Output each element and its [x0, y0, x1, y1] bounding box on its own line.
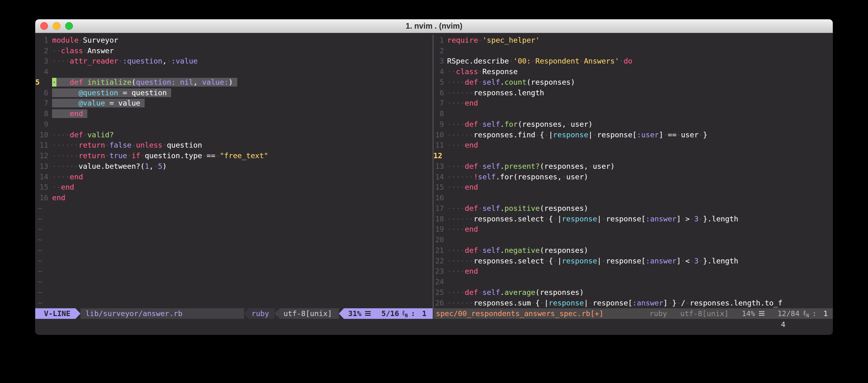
code-line[interactable]: 3····attr_reader·:question,·:value: [35, 56, 433, 67]
code-line[interactable]: 4··class·Response: [433, 66, 833, 77]
code-line[interactable]: 15··end: [35, 182, 433, 193]
code-line[interactable]: 12: [433, 150, 833, 161]
powerline-arrow-icon: [275, 308, 279, 319]
code-line[interactable]: 17····def·self.positive(responses): [433, 203, 833, 214]
line-number: 21: [433, 246, 444, 255]
line-number: 4: [433, 67, 444, 76]
code-line[interactable]: 1module·Surveyor: [35, 35, 433, 45]
code-line[interactable]: 18······responses.select·{·|response|·re…: [433, 214, 833, 224]
traffic-lights: [40, 19, 73, 33]
code-line[interactable]: 5····def·initialize(question:·nil,·value…: [35, 77, 433, 88]
code-line[interactable]: 11····end: [433, 140, 833, 151]
line-number: 26: [433, 299, 444, 307]
code-text: ······value.between?(1,·5): [52, 162, 167, 171]
code-line[interactable]: 14····end: [35, 172, 433, 182]
code-line[interactable]: 9····def·self.for(responses,·user): [433, 119, 833, 130]
line-number: 19: [433, 225, 444, 234]
title-bar[interactable]: 1. nvim . (nvim): [35, 19, 833, 33]
line-number-icon: ℓN: [402, 309, 408, 318]
empty-buffer-tilde: ~: [35, 224, 433, 235]
code-line[interactable]: 8····end: [35, 108, 433, 119]
line-number: 24: [433, 277, 444, 286]
line-number: 3: [433, 57, 444, 65]
empty-buffer-tilde: ~: [35, 256, 433, 266]
code-text: ····def·self.count(responses): [447, 78, 575, 86]
code-line[interactable]: 15····end: [433, 182, 833, 193]
code-line[interactable]: 25····def·self.average(responses): [433, 287, 833, 298]
line-number: 20: [433, 235, 444, 244]
code-line[interactable]: 16: [433, 193, 833, 203]
code-line[interactable]: 4: [35, 66, 433, 77]
code-text: ····end: [447, 99, 478, 107]
code-line[interactable]: 6······@question·=·question: [35, 88, 433, 98]
line-number: 14: [433, 173, 444, 181]
code-line[interactable]: 1require·'spec_helper': [433, 35, 833, 45]
filetype-indicator: ruby: [248, 308, 275, 319]
code-text: ······!self.for(responses,·user): [447, 173, 588, 181]
command-line[interactable]: 4: [35, 319, 833, 335]
statusline-inactive: spec/00_respondents_answers_spec.rb[+] r…: [433, 308, 833, 319]
line-number: 11: [35, 141, 48, 149]
code-text: ····end: [447, 225, 478, 234]
code-line[interactable]: 20: [433, 235, 833, 245]
active-file-path: lib/surveyor/answer.rb: [81, 308, 244, 319]
code-text: ······responses.find·{·|response|·respon…: [447, 131, 707, 139]
menu-lines-icon: [759, 311, 765, 316]
empty-buffer-tilde: ~: [35, 245, 433, 256]
line-number: 7: [35, 99, 48, 107]
line-number: 7: [433, 99, 444, 107]
line-number: 1: [35, 36, 48, 44]
line-number: 15: [433, 183, 444, 192]
code-text: ··class·Response: [447, 67, 518, 76]
code-line[interactable]: 10······responses.find·{·|response|·resp…: [433, 130, 833, 140]
code-line[interactable]: 23····end: [433, 266, 833, 277]
code-line[interactable]: 10····def·valid?: [35, 130, 433, 140]
code-line[interactable]: 13······value.between?(1,·5): [35, 161, 433, 172]
code-line[interactable]: 3RSpec.describe·'00:·Respondent·Answers'…: [433, 56, 833, 67]
code-text: end: [52, 194, 65, 202]
line-number: 17: [433, 204, 444, 213]
code-line[interactable]: 8: [433, 108, 833, 119]
code-line[interactable]: 11······return·false·unless·question: [35, 140, 433, 151]
mode-indicator: V-LINE: [35, 308, 75, 319]
code-line[interactable]: 19····end: [433, 224, 833, 235]
line-number: 2: [35, 46, 48, 55]
zoom-button[interactable]: [65, 22, 73, 30]
code-line[interactable]: 5····def·self.count(responses): [433, 77, 833, 88]
line-number: 6: [35, 89, 48, 97]
code-line[interactable]: 9: [35, 119, 433, 130]
code-line[interactable]: 24: [433, 277, 833, 287]
code-line[interactable]: 7····end: [433, 98, 833, 109]
code-line[interactable]: 2··class·Answer: [35, 45, 433, 56]
editor-pane-spec-rb[interactable]: 1require·'spec_helper'23RSpec.describe·'…: [433, 35, 833, 308]
code-line[interactable]: 2: [433, 45, 833, 56]
code-line[interactable]: 22······responses.select·{·|response|·re…: [433, 256, 833, 266]
editor-pane-answer-rb[interactable]: 1module·Surveyor2··class·Answer3····attr…: [35, 35, 433, 308]
code-line[interactable]: 16end: [35, 193, 433, 203]
empty-buffer-tilde: ~: [35, 287, 433, 298]
line-position: 12/84 ℓN : 1: [778, 309, 828, 318]
empty-buffer-tilde: ~: [35, 235, 433, 245]
code-text: ······return·false·unless·question: [52, 141, 202, 149]
code-text: ····def·self.negative(responses): [447, 246, 588, 255]
code-line[interactable]: 7······@value·=·value: [35, 98, 433, 109]
current-line-number: 5: [35, 78, 48, 86]
line-number: 13: [35, 162, 48, 171]
close-button[interactable]: [40, 22, 48, 30]
code-line[interactable]: 13····def·self.present?(responses,·user): [433, 161, 833, 172]
line-number: 5: [433, 78, 444, 86]
code-line[interactable]: 21····def·self.negative(responses): [433, 245, 833, 256]
code-line[interactable]: 6······responses.length: [433, 88, 833, 98]
line-number: 8: [433, 109, 444, 118]
code-line[interactable]: 14······!self.for(responses,·user): [433, 172, 833, 182]
code-line[interactable]: 12······return·true·if·question.type·==·…: [35, 150, 433, 161]
code-line[interactable]: 26······responses.sum·{·|response|·respo…: [433, 298, 833, 308]
code-text: ··end: [52, 183, 74, 192]
powerline-arrow-icon: [75, 308, 81, 319]
encoding-indicator: utf-8[unix]: [680, 309, 729, 318]
code-text: ····end: [447, 183, 478, 192]
line-number: 25: [433, 288, 444, 297]
code-text: ····def·self.average(responses): [447, 288, 584, 297]
minimize-button[interactable]: [53, 22, 61, 30]
filetype-indicator: ruby: [649, 309, 667, 318]
